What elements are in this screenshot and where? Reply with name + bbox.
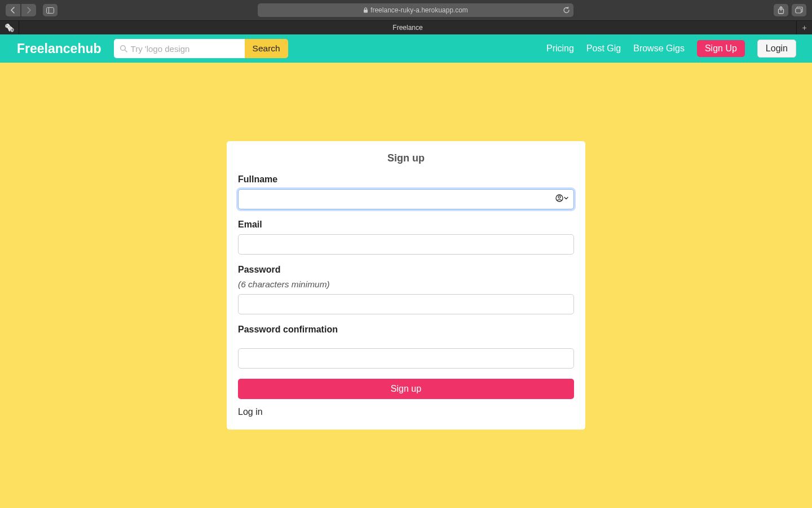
browser-tab-title: Freelance — [392, 24, 422, 32]
autofill-contacts-icon[interactable] — [555, 194, 568, 202]
login-link[interactable]: Log in — [238, 407, 263, 417]
share-button[interactable] — [774, 4, 788, 16]
fullname-label: Fullname — [238, 174, 574, 185]
new-tab-button[interactable]: + — [796, 21, 812, 34]
chevron-left-icon — [10, 7, 16, 14]
password-confirm-input[interactable] — [238, 348, 574, 369]
signup-button[interactable]: Sign Up — [697, 40, 745, 57]
search-group: Search — [114, 39, 288, 58]
svg-point-8 — [558, 196, 561, 198]
reload-icon — [563, 7, 570, 14]
tabs-overview-button[interactable] — [792, 4, 806, 16]
search-icon — [120, 45, 127, 52]
search-button[interactable]: Search — [245, 39, 288, 58]
chevron-right-icon — [26, 7, 32, 14]
nav-link-browse-gigs[interactable]: Browse Gigs — [633, 43, 685, 54]
reload-button[interactable] — [563, 7, 570, 14]
plus-icon: + — [802, 23, 806, 32]
page-body: Sign up Fullname Email Password (6 chara… — [0, 63, 812, 508]
nav-link-post-gig[interactable]: Post Gig — [586, 43, 621, 54]
tabs-icon — [795, 7, 803, 14]
back-button[interactable] — [6, 4, 20, 16]
sidebar-icon — [46, 7, 54, 14]
nav-link-pricing[interactable]: Pricing — [546, 43, 574, 54]
email-label: Email — [238, 220, 574, 230]
share-icon — [778, 6, 784, 14]
svg-rect-4 — [796, 8, 801, 13]
pinned-tab[interactable]: 🗞️ — [0, 21, 19, 34]
login-button[interactable]: Login — [757, 40, 796, 58]
svg-line-6 — [125, 50, 127, 52]
user-circle-icon — [555, 194, 563, 202]
sidebar-toggle-button[interactable] — [43, 4, 58, 16]
submit-button[interactable]: Sign up — [238, 379, 574, 399]
password-confirm-label: Password confirmation — [238, 325, 574, 335]
browser-tab[interactable]: Freelance — [19, 21, 796, 34]
email-input[interactable] — [238, 234, 574, 255]
signup-card: Sign up Fullname Email Password (6 chara… — [227, 141, 585, 430]
fullname-input[interactable] — [238, 189, 574, 209]
svg-rect-2 — [364, 10, 368, 13]
password-input[interactable] — [238, 294, 574, 314]
search-input[interactable] — [114, 39, 245, 58]
browser-toolbar: freelance-ruky-a.herokuapp.com — [0, 0, 812, 20]
nav-back-forward-group — [6, 4, 36, 16]
brand-logo[interactable]: Freelancehub — [17, 41, 102, 56]
nav-links: Pricing Post Gig Browse Gigs Sign Up Log… — [546, 40, 796, 58]
password-label: Password — [238, 265, 574, 275]
chevron-down-icon — [564, 196, 568, 200]
lock-icon — [363, 7, 368, 13]
card-title: Sign up — [238, 152, 574, 164]
svg-rect-0 — [47, 7, 54, 13]
address-bar[interactable]: freelance-ruky-a.herokuapp.com — [258, 3, 573, 17]
browser-tabbar: 🗞️ Freelance + — [0, 20, 812, 34]
forward-button[interactable] — [21, 4, 36, 16]
address-bar-url: freelance-ruky-a.herokuapp.com — [370, 6, 468, 14]
pinned-tab-icon: 🗞️ — [5, 23, 14, 32]
site-navbar: Freelancehub Search Pricing Post Gig Bro… — [0, 34, 812, 63]
password-hint: (6 characters minimum) — [238, 279, 574, 290]
